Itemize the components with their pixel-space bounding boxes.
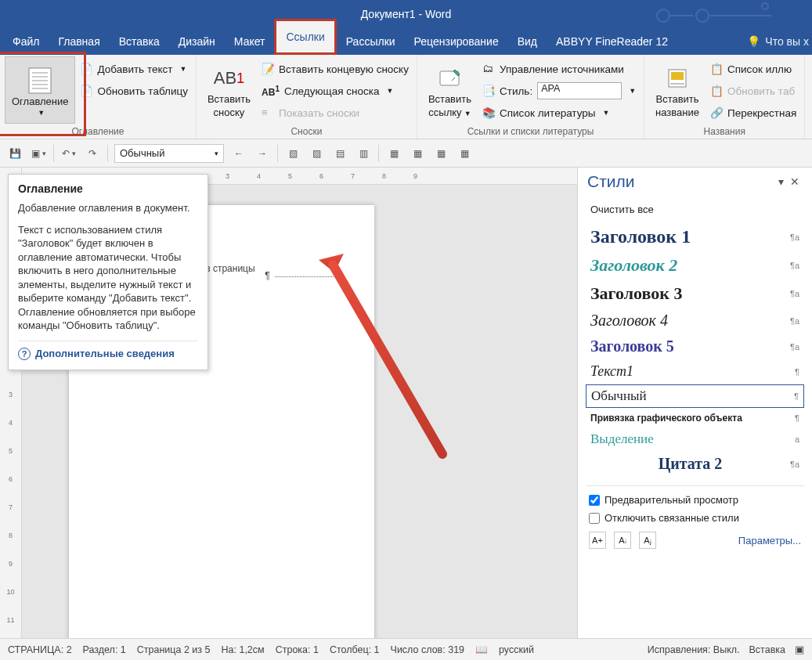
heading-level-dropdown[interactable]: Обычный ▾ [114,144,224,163]
tab-insert[interactable]: Вставка [110,28,169,55]
status-column[interactable]: Столбец: 1 [330,644,380,655]
macro-record-icon[interactable]: ▣ [795,644,804,655]
title-bar: Документ1 - Word [0,0,812,28]
undo-icon[interactable]: ↶▾ [60,145,78,162]
style-inspector-icon[interactable]: Aᵢ [614,532,631,549]
status-page[interactable]: СТРАНИЦА: 2 [8,644,72,655]
update-fig-icon: 📋 [710,85,723,97]
styles-options-icon[interactable]: ▾ [778,175,784,188]
footnote-icon: AB1 [215,65,242,92]
cross-reference-button[interactable]: 🔗 Перекрестная [707,103,799,122]
group-label-footnotes: Сноски [201,126,412,139]
style-item[interactable]: Заголовок 4¶a [586,308,804,333]
status-track-changes[interactable]: Исправления: Выкл. [648,644,740,655]
status-language[interactable]: русский [499,644,534,655]
insert-caption-button[interactable]: Вставить название [649,56,706,124]
group-label-captions: Названия [649,126,799,139]
group-label-toc: Оглавление [5,126,191,139]
tab-home[interactable]: Главная [49,28,109,55]
group-captions: Вставить название 📋 Список иллю 📋 Обнови… [644,55,805,139]
status-line[interactable]: Строка: 1 [276,644,319,655]
preview-checkbox[interactable]: Предварительный просмотр [589,494,801,506]
tooltip-text-2: Текст с использованием стиля "Заголовок"… [18,223,198,333]
tell-me-more-link[interactable]: ? Дополнительные сведения [18,341,198,360]
update-figures-button[interactable]: 📋 Обновить таб [707,81,799,100]
style-item[interactable]: Заголовок 3¶a [586,280,804,307]
bibliography-button[interactable]: 📚 Список литературы▼ [479,103,639,122]
save-icon[interactable]: 💾 [6,145,23,162]
status-page-of[interactable]: Страница 2 из 5 [137,644,211,655]
toc-button[interactable]: Оглавление ▼ [5,56,75,124]
tooltip-title: Оглавление [18,182,198,195]
manage-sources-button[interactable]: 🗂 Управление источниками [479,60,639,78]
proofing-icon[interactable]: 📖 [475,644,488,655]
update-table-button[interactable]: 📄 Обновить таблицу [77,81,190,100]
style-item[interactable]: Привязка графического объекта¶ [586,409,804,427]
tab-review[interactable]: Рецензирование [405,28,508,55]
disable-linked-checkbox[interactable]: Отключить связанные стили [589,512,801,524]
manage-styles-icon[interactable]: Aⱼ [639,532,656,549]
style-item[interactable]: Заголовок 1¶a [586,223,804,251]
promote-icon[interactable]: ← [230,145,247,162]
tab-view[interactable]: Вид [508,28,547,55]
styles-list: Очистить все Заголовок 1¶aЗаголовок 2¶aЗ… [578,196,812,482]
collapse-icon[interactable]: ▨ [308,145,325,162]
new-style-icon[interactable]: A+ [589,532,606,549]
add-text-icon: 📄 [80,63,92,75]
qat-dropdown-icon[interactable]: ▣▾ [30,145,47,162]
group-toc: Оглавление ▼ 📄 Добавить текст▼ 📄 Обновит… [0,55,197,139]
chevron-down-icon: ▼ [38,109,45,117]
show-notes-icon: ≡ [262,106,274,119]
style-item[interactable]: Заголовок 5¶a [586,334,804,359]
next-footnote-button[interactable]: AB1 Следующая сноска▼ [258,81,412,100]
tab-file[interactable]: Файл [3,28,49,55]
insert-footnote-button[interactable]: AB1 Вставить сноску [201,56,257,124]
tab-references[interactable]: Ссылки [274,19,336,55]
outline-toolbar: 💾 ▣▾ ↶▾ ↷ Обычный ▾ ← → ▧ ▨ ▤ ▥ ▦ ▦ ▦ ▦ [0,139,812,168]
demote-icon[interactable]: → [254,145,271,162]
show-formatting-icon[interactable]: ▦ [385,145,402,162]
insert-citation-button[interactable]: Вставить ссылку▼ [422,56,478,124]
tab-layout[interactable]: Макет [225,28,275,55]
style-item[interactable]: Цитата 2¶a [586,452,804,476]
styles-footer: Предварительный просмотр Отключить связа… [586,485,804,557]
citation-style-picker[interactable]: 📑 Стиль: APA ▼ [479,81,639,100]
style-icon: 📑 [482,85,495,97]
tab-mailings[interactable]: Рассылки [337,28,405,55]
show-footnotes-button[interactable]: ≡ Показать сноски [258,103,412,122]
style-item[interactable]: Обычный¶ [586,384,804,408]
style-item[interactable]: Заголовок 2¶a [586,252,804,279]
style-item[interactable]: Выделениеa [586,428,804,450]
window-decoration-icon [648,2,781,27]
toc-icon [27,67,53,94]
tab-design[interactable]: Дизайн [169,28,225,55]
outline-misc1-icon[interactable]: ▦ [409,145,426,162]
show-level-icon[interactable]: ▤ [331,145,348,162]
svg-point-0 [657,9,669,22]
crossref-icon: 🔗 [710,106,723,119]
caption-icon [664,65,691,92]
status-insert-mode[interactable]: Вставка [749,644,785,655]
table-of-figures-button[interactable]: 📋 Список иллю [707,60,799,78]
show-first-line-icon[interactable]: ▥ [355,145,372,162]
update-icon: 📄 [80,85,92,97]
add-text-button[interactable]: 📄 Добавить текст▼ [77,60,190,78]
fig-list-icon: 📋 [710,63,723,75]
svg-point-1 [696,9,709,22]
insert-endnote-button[interactable]: 📝 Вставить концевую сноску [258,60,412,78]
group-footnotes: AB1 Вставить сноску 📝 Вставить концевую … [197,55,417,139]
status-section[interactable]: Раздел: 1 [83,644,126,655]
svg-point-2 [762,3,768,9]
style-item[interactable]: Текст1¶ [586,360,804,383]
tab-abbyy[interactable]: ABBYY FineReader 12 [547,28,677,55]
expand-icon[interactable]: ▧ [284,145,301,162]
status-word-count[interactable]: Число слов: 319 [391,644,465,655]
tell-me[interactable]: 💡 Что вы х [747,35,809,48]
status-position[interactable]: На: 1,2см [222,644,265,655]
clear-formatting-button[interactable]: Очистить все [586,200,804,218]
outline-misc3-icon[interactable]: ▦ [456,145,473,162]
styles-parameters-link[interactable]: Параметры... [738,535,801,546]
outline-misc2-icon[interactable]: ▦ [432,145,449,162]
redo-icon[interactable]: ↷ [84,145,101,162]
close-icon[interactable]: ✕ [790,175,803,188]
